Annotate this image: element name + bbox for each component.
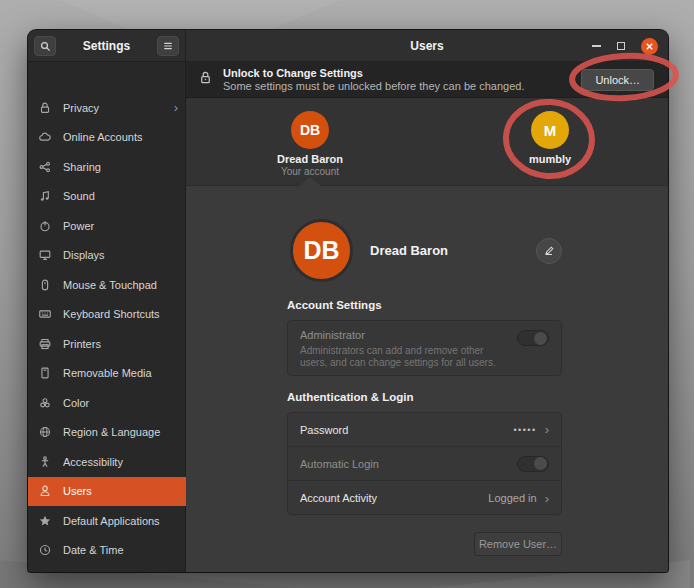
maximize-icon[interactable] bbox=[617, 42, 625, 50]
account-settings-heading: Account Settings bbox=[287, 299, 382, 311]
sidebar-item-sharing[interactable]: Sharing bbox=[28, 152, 186, 182]
users-panel: Users Unlock to Change Settings Some set… bbox=[186, 30, 668, 572]
account-activity-label: Account Activity bbox=[300, 492, 488, 504]
user-name: Dread Baron bbox=[277, 153, 343, 165]
sidebar-item-printers[interactable]: Printers bbox=[28, 329, 186, 359]
user-name: mumbly bbox=[529, 153, 571, 165]
chevron-right-icon: › bbox=[174, 100, 178, 115]
administrator-description: Administrators can add and remove other … bbox=[300, 345, 505, 369]
sound-icon bbox=[37, 188, 53, 204]
printer-icon bbox=[37, 336, 53, 352]
window-controls bbox=[592, 30, 658, 62]
user-carousel: DB Dread Baron Your account M mumbly bbox=[186, 98, 668, 186]
sidebar-item-displays[interactable]: Displays bbox=[28, 241, 186, 271]
administrator-label: Administrator bbox=[300, 329, 549, 341]
account-activity-value: Logged in bbox=[488, 492, 536, 504]
automatic-login-row: Automatic Login bbox=[288, 447, 561, 481]
carousel-user-dread-baron[interactable]: DB Dread Baron Your account bbox=[250, 111, 370, 177]
mouse-icon bbox=[37, 277, 53, 293]
sidebar-list: Privacy › Online Accounts Sharing Sound … bbox=[28, 93, 186, 572]
menu-button[interactable] bbox=[157, 36, 179, 56]
password-value: ••••• bbox=[513, 425, 536, 435]
sidebar-item-online-accounts[interactable]: Online Accounts bbox=[28, 123, 186, 153]
avatar: M bbox=[531, 111, 569, 149]
minimize-icon[interactable] bbox=[592, 45, 601, 47]
display-icon bbox=[37, 247, 53, 263]
sidebar-item-color[interactable]: Color bbox=[28, 388, 186, 418]
sidebar-item-about[interactable]: About bbox=[28, 565, 186, 572]
sidebar: Settings Privacy › Online Accounts Shari… bbox=[28, 30, 186, 572]
administrator-toggle[interactable] bbox=[517, 330, 549, 346]
accessibility-icon bbox=[37, 454, 53, 470]
globe-icon bbox=[37, 424, 53, 440]
sidebar-item-default-applications[interactable]: Default Applications bbox=[28, 506, 186, 536]
sidebar-header: Settings bbox=[28, 30, 185, 62]
sidebar-item-keyboard-shortcuts[interactable]: Keyboard Shortcuts bbox=[28, 300, 186, 330]
lock-icon bbox=[198, 70, 213, 89]
remove-user-button[interactable]: Remove User… bbox=[474, 532, 562, 556]
toggle-knob bbox=[534, 457, 547, 470]
removable-media-icon bbox=[37, 365, 53, 381]
account-activity-row[interactable]: Account Activity Logged in › bbox=[288, 481, 561, 515]
selected-user-notch bbox=[299, 177, 321, 186]
user-details: DB Dread Baron Account Settings Administ… bbox=[186, 186, 668, 572]
headerbar: Users bbox=[186, 30, 668, 62]
authentication-login-heading: Authentication & Login bbox=[287, 391, 413, 403]
account-settings-card: Administrator Administrators can add and… bbox=[287, 320, 562, 376]
sidebar-item-accessibility[interactable]: Accessibility bbox=[28, 447, 186, 477]
hamburger-menu-icon bbox=[162, 40, 174, 52]
pencil-icon bbox=[543, 245, 555, 257]
chevron-right-icon: › bbox=[545, 491, 549, 506]
sidebar-item-region-language[interactable]: Region & Language bbox=[28, 418, 186, 448]
chevron-right-icon: › bbox=[545, 422, 549, 437]
clock-icon bbox=[37, 542, 53, 558]
sidebar-item-date-time[interactable]: Date & Time bbox=[28, 536, 186, 566]
sidebar-item-users[interactable]: Users bbox=[28, 477, 186, 507]
keyboard-icon bbox=[37, 306, 53, 322]
automatic-login-toggle[interactable] bbox=[517, 456, 549, 472]
password-label: Password bbox=[300, 424, 513, 436]
unlock-banner: Unlock to Change Settings Some settings … bbox=[186, 62, 668, 98]
authentication-card: Password ••••• › Automatic Login Account… bbox=[287, 412, 562, 515]
sidebar-item-removable-media[interactable]: Removable Media bbox=[28, 359, 186, 389]
toggle-knob bbox=[534, 332, 547, 345]
settings-window: Settings Privacy › Online Accounts Shari… bbox=[28, 30, 668, 572]
automatic-login-label: Automatic Login bbox=[300, 458, 517, 470]
users-icon bbox=[37, 483, 53, 499]
password-row[interactable]: Password ••••• › bbox=[288, 413, 561, 447]
sidebar-item-power[interactable]: Power bbox=[28, 211, 186, 241]
carousel-user-mumbly[interactable]: M mumbly bbox=[490, 111, 610, 165]
profile-avatar: DB bbox=[290, 219, 353, 282]
unlock-subtitle: Some settings must be unlocked before th… bbox=[223, 80, 581, 93]
cloud-icon bbox=[37, 129, 53, 145]
sidebar-item-sound[interactable]: Sound bbox=[28, 182, 186, 212]
sidebar-item-mouse-touchpad[interactable]: Mouse & Touchpad bbox=[28, 270, 186, 300]
avatar: DB bbox=[291, 111, 329, 149]
star-icon bbox=[37, 513, 53, 529]
close-icon[interactable] bbox=[641, 38, 658, 55]
profile-name: Dread Baron bbox=[370, 243, 448, 258]
your-account-label: Your account bbox=[281, 166, 339, 177]
share-icon bbox=[37, 159, 53, 175]
edit-name-button[interactable] bbox=[536, 238, 562, 264]
power-icon bbox=[37, 218, 53, 234]
unlock-title: Unlock to Change Settings bbox=[223, 67, 581, 80]
sidebar-item-privacy[interactable]: Privacy › bbox=[28, 93, 186, 123]
color-icon bbox=[37, 395, 53, 411]
unlock-button[interactable]: Unlock… bbox=[581, 69, 654, 91]
unlock-texts: Unlock to Change Settings Some settings … bbox=[223, 67, 581, 93]
lock-icon bbox=[37, 100, 53, 116]
